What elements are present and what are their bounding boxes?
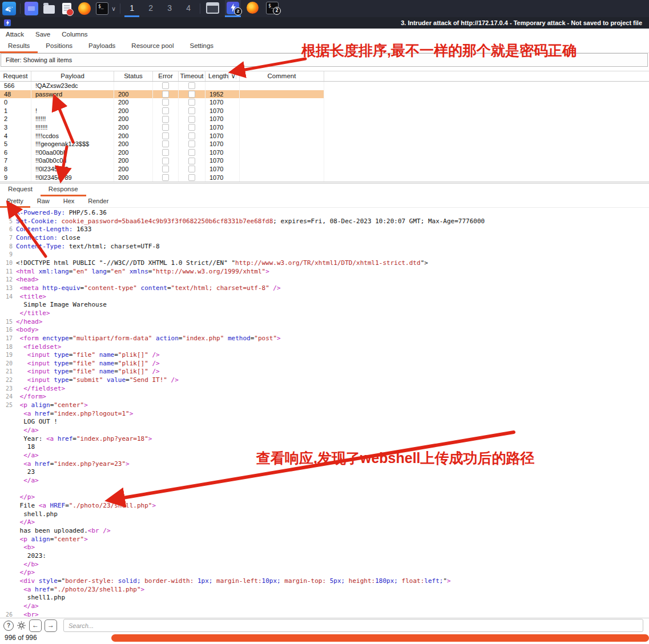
tab-request[interactable]: Request	[0, 184, 41, 196]
window-button-generic[interactable]	[204, 0, 221, 17]
tab-results[interactable]: Results	[0, 40, 38, 53]
workspace-button-1[interactable]: 1	[124, 0, 139, 17]
checkbox-timeout[interactable]	[188, 116, 195, 123]
window-button-firefox[interactable]	[245, 0, 260, 17]
cell-timeout	[179, 156, 205, 165]
tab-render[interactable]: Render	[81, 196, 115, 208]
cell-error	[153, 107, 179, 115]
table-row[interactable]: 9!!0l234567892001070	[0, 174, 649, 182]
workspace-button-4[interactable]: 4	[181, 0, 196, 17]
column-header-request[interactable]: Request	[0, 71, 31, 81]
tab-settings[interactable]: Settings	[182, 40, 222, 53]
checkbox-error[interactable]	[162, 107, 169, 114]
checkbox-error[interactable]	[162, 158, 169, 164]
code-line: 5Set-Cookie: cookie_password=5baa61e4c9b…	[0, 218, 649, 226]
checkbox-timeout[interactable]	[188, 140, 195, 147]
window-button-burp[interactable]: 2	[225, 0, 241, 17]
help-icon[interactable]: ?	[3, 621, 14, 631]
gear-icon[interactable]	[17, 621, 26, 630]
code-line: </a>	[0, 602, 649, 611]
cell-status: 200	[114, 98, 153, 107]
checkbox-timeout[interactable]	[188, 107, 195, 114]
window-button-terminal[interactable]: $_ 2	[264, 0, 280, 17]
tab-hex[interactable]: Hex	[57, 196, 82, 208]
column-header-payload[interactable]: Payload	[31, 71, 114, 81]
table-row[interactable]: 1!2001070	[0, 107, 649, 115]
tab-response[interactable]: Response	[41, 184, 86, 196]
checkbox-timeout[interactable]	[188, 132, 195, 139]
burp-app-icon	[4, 19, 11, 26]
terminal-app-icon[interactable]: $_	[95, 2, 109, 15]
checkbox-error[interactable]	[162, 82, 169, 89]
checkbox-timeout[interactable]	[188, 124, 195, 131]
cell-length: 1070	[205, 165, 240, 174]
code-line: <a href="./photo/23/shell1.php">	[0, 586, 649, 594]
checkbox-timeout[interactable]	[188, 91, 195, 98]
checkbox-error[interactable]	[162, 166, 169, 172]
column-header-error[interactable]: Error	[153, 71, 179, 81]
previous-match-button[interactable]: ←	[29, 619, 42, 632]
window-titlebar: 3. Intruder attack of http://172.17.0.4 …	[0, 17, 649, 29]
tab-raw[interactable]: Raw	[30, 196, 57, 208]
cell-length: 1070	[205, 98, 240, 107]
checkbox-error[interactable]	[162, 132, 169, 139]
tab-resource-pool[interactable]: Resource pool	[123, 40, 182, 53]
cell-error	[153, 156, 179, 165]
table-row[interactable]: 6!!00aa00bb2001070	[0, 148, 649, 157]
workspace-button-2[interactable]: 2	[143, 0, 158, 17]
checkbox-error[interactable]	[162, 140, 169, 147]
workspace-button-3[interactable]: 3	[162, 0, 177, 17]
table-row[interactable]: 8!!0l23456782001070	[0, 165, 649, 174]
code-line: has been uploaded.<br />	[0, 527, 649, 536]
cell-filler	[324, 132, 649, 140]
cell-request: 6	[0, 148, 31, 157]
checkbox-timeout[interactable]	[188, 99, 195, 106]
table-row[interactable]: 5!!!geogenak123$$$2001070	[0, 140, 649, 148]
column-header-status[interactable]: Status	[114, 71, 153, 81]
checkbox-error[interactable]	[162, 99, 169, 106]
menu-save[interactable]: Save	[30, 29, 56, 40]
checkbox-timeout[interactable]	[188, 158, 195, 164]
column-header-length[interactable]: Length ∨	[205, 71, 240, 81]
checkbox-error[interactable]	[162, 124, 169, 131]
column-header-comment[interactable]: Comment	[240, 71, 324, 81]
checkbox-error[interactable]	[162, 149, 169, 156]
file-manager-app-icon[interactable]	[42, 2, 56, 15]
tab-payloads[interactable]: Payloads	[80, 40, 123, 53]
checkbox-error[interactable]	[162, 91, 169, 98]
desktop-app-icon[interactable]	[25, 2, 38, 15]
message-tabs: Request Response	[0, 184, 649, 196]
tab-pretty[interactable]: Pretty	[0, 196, 30, 208]
cell-request: 3	[0, 123, 31, 132]
code-line: shell1.php	[0, 594, 649, 602]
menu-columns[interactable]: Columns	[56, 29, 93, 40]
search-input[interactable]	[63, 619, 643, 632]
terminal-dropdown-chevron-icon[interactable]: ∨	[111, 5, 116, 13]
cell-timeout	[179, 115, 205, 123]
next-match-button[interactable]: →	[45, 619, 57, 632]
tab-positions[interactable]: Positions	[38, 40, 80, 53]
checkbox-error[interactable]	[162, 174, 169, 181]
table-row[interactable]: 3!!!!!!!2001070	[0, 123, 649, 132]
table-row[interactable]: 48password2001952	[0, 90, 649, 99]
code-line: 16<body>	[0, 326, 649, 335]
table-row[interactable]: 4!!!!ccdos2001070	[0, 132, 649, 140]
firefox-app-icon[interactable]	[78, 2, 91, 15]
checkbox-timeout[interactable]	[188, 166, 195, 172]
table-row[interactable]: 02001070	[0, 98, 649, 107]
results-table-header: Request Payload Status Error Timeout Len…	[0, 71, 649, 82]
checkbox-timeout[interactable]	[188, 149, 195, 156]
checkbox-timeout[interactable]	[188, 82, 195, 89]
checkbox-timeout[interactable]	[188, 174, 195, 181]
checkbox-error[interactable]	[162, 116, 169, 123]
text-editor-app-icon[interactable]	[60, 2, 74, 15]
table-row[interactable]: 7!!0a0b0c0d2001070	[0, 156, 649, 165]
table-row[interactable]: 566!QAZxsw23edc	[0, 82, 649, 90]
cell-payload: !!00aa00bb	[31, 148, 114, 157]
table-row[interactable]: 2!!!!!!2001070	[0, 115, 649, 123]
menu-attack[interactable]: Attack	[0, 29, 30, 40]
kali-menu-button[interactable]	[2, 2, 16, 15]
document-icon	[62, 3, 71, 14]
column-header-timeout[interactable]: Timeout	[179, 71, 205, 81]
code-line: 6Content-Length: 1633	[0, 226, 649, 234]
